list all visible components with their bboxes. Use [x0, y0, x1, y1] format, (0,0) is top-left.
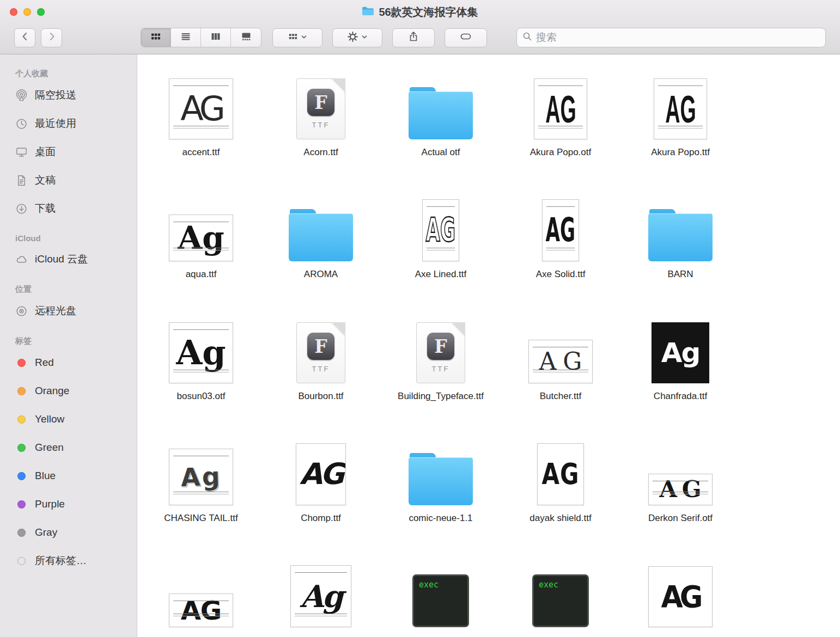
back-button[interactable] [14, 28, 35, 47]
grid-view-icon [150, 31, 161, 44]
sidebar-tag-all[interactable]: 所有标签… [0, 547, 137, 575]
column-view-button[interactable] [201, 28, 231, 47]
download-icon [15, 203, 28, 215]
sidebar-item-label: 隔空投送 [35, 88, 76, 102]
disc-icon [15, 305, 28, 317]
action-dropdown[interactable] [332, 28, 382, 47]
file-item[interactable]: AG [620, 551, 740, 637]
sidebar-tag-gray[interactable]: Gray [0, 518, 137, 547]
sidebar-section-tags: 标签 [15, 336, 137, 346]
file-name: accent.ttf [182, 146, 220, 158]
sidebar-tag-orange[interactable]: Orange [0, 377, 137, 405]
file-item[interactable]: AGaccent.ttf [141, 63, 261, 185]
file-item[interactable]: AGdayak shield.ttf [501, 429, 620, 551]
file-item[interactable]: Agaqua.ttf [141, 185, 261, 307]
sidebar-item-icloud-drive[interactable]: iCloud 云盘 [0, 245, 137, 273]
window-header: 56款英文海报字体集 [0, 0, 840, 54]
window-title-text: 56款英文海报字体集 [379, 5, 478, 20]
sidebar-tag-purple[interactable]: Purple [0, 490, 137, 518]
file-name: BARN [667, 268, 693, 280]
sidebar-item-remote-disc[interactable]: 远程光盘 [0, 297, 137, 325]
tag-color-dot [17, 415, 26, 424]
file-item[interactable]: AGAkura Popo.otf [501, 63, 620, 185]
chevron-down-icon [361, 33, 368, 42]
file-item[interactable]: exec [501, 551, 620, 637]
sidebar-item-label: 文稿 [35, 173, 56, 187]
clock-icon [15, 118, 28, 130]
font-preview-icon: Ag [169, 322, 233, 383]
icon-view-button[interactable] [141, 28, 171, 47]
sidebar-item-desktop[interactable]: 桌面 [0, 138, 137, 166]
forward-icon [46, 31, 57, 44]
file-item[interactable]: exec [381, 551, 501, 637]
file-item[interactable]: AgChanfrada.ttf [620, 307, 740, 429]
all-tags-ring-icon [17, 557, 26, 565]
file-browser-content[interactable]: AGaccent.ttfFTTFAcorn.ttfActual otfAGAku… [137, 54, 840, 637]
file-item[interactable]: FTTFAcorn.ttf [261, 63, 381, 185]
file-item[interactable]: AGAxe Solid.ttf [501, 185, 620, 307]
tag-color-dot [17, 387, 26, 395]
file-name: CHASING TAIL.ttf [164, 512, 238, 524]
file-item[interactable]: comic-neue-1.1 [381, 429, 501, 551]
exec-file-icon: exec [412, 574, 469, 627]
file-item[interactable]: Actual otf [381, 63, 501, 185]
sidebar-tag-yellow[interactable]: Yellow [0, 405, 137, 433]
file-name: Building_Typeface.ttf [398, 390, 484, 402]
sidebar-tag-red[interactable]: Red [0, 348, 137, 377]
sidebar-item-label: Gray [35, 526, 57, 538]
search-field[interactable] [516, 28, 826, 47]
file-item[interactable]: AGAkura Popo.ttf [620, 63, 740, 185]
font-preview-icon: AG [422, 199, 459, 261]
sidebar-section-locations: 位置 [15, 284, 137, 295]
font-preview-icon: AG [528, 340, 593, 383]
toolbar [0, 24, 840, 54]
file-grid: AGaccent.ttfFTTFAcorn.ttfActual otfAGAku… [141, 63, 840, 637]
file-item[interactable]: Ag [261, 551, 381, 637]
file-item[interactable]: AGButcher.ttf [501, 307, 620, 429]
file-name: comic-neue-1.1 [409, 512, 472, 524]
file-item[interactable]: AROMA [261, 185, 381, 307]
file-item[interactable]: AgCHASING TAIL.ttf [141, 429, 261, 551]
file-item[interactable]: AGChomp.ttf [261, 429, 381, 551]
file-item[interactable]: FTTFBuilding_Typeface.ttf [381, 307, 501, 429]
nav-buttons [14, 28, 62, 47]
file-item[interactable]: AG [141, 551, 261, 637]
file-item[interactable]: FTTFBourbon.ttf [261, 307, 381, 429]
window-title: 56款英文海报字体集 [0, 0, 840, 24]
file-name: Actual otf [422, 146, 460, 158]
file-item[interactable]: Agbosun03.otf [141, 307, 261, 429]
title-bar[interactable]: 56款英文海报字体集 [0, 0, 840, 24]
list-view-button[interactable] [171, 28, 201, 47]
file-item[interactable]: BARN [620, 185, 740, 307]
file-name: Akura Popo.ttf [651, 146, 710, 158]
forward-button[interactable] [41, 28, 62, 47]
file-name: Axe Lined.ttf [415, 268, 467, 280]
share-button[interactable] [392, 28, 435, 47]
sidebar-item-downloads[interactable]: 下载 [0, 194, 137, 223]
sidebar-item-label: 最近使用 [35, 117, 76, 131]
group-by-dropdown[interactable] [272, 28, 322, 47]
file-name: Akura Popo.otf [530, 146, 591, 158]
sidebar-item-recents[interactable]: 最近使用 [0, 109, 137, 138]
sidebar-item-label: 桌面 [35, 145, 56, 159]
gallery-view-button[interactable] [231, 28, 261, 47]
file-item[interactable]: AGDerkon Serif.otf [620, 429, 740, 551]
file-name: Derkon Serif.otf [648, 512, 713, 524]
file-item[interactable]: AGAxe Lined.ttf [381, 185, 501, 307]
font-preview-icon: Ag [652, 322, 709, 383]
sidebar-section-favorites: 个人收藏 [15, 69, 137, 79]
sidebar: 个人收藏 隔空投送 最近使用 桌面 文稿 下载 iCloud iCloud 云盘… [0, 54, 137, 637]
sidebar-item-documents[interactable]: 文稿 [0, 166, 137, 194]
font-preview-icon: AG [169, 78, 233, 139]
sidebar-tag-blue[interactable]: Blue [0, 462, 137, 490]
font-preview-icon: AG [542, 199, 579, 261]
tag-icon [459, 31, 472, 44]
chevron-down-icon [301, 33, 307, 42]
sidebar-item-label: Green [35, 442, 64, 454]
share-icon [408, 31, 419, 44]
search-input[interactable] [536, 32, 820, 44]
tag-button[interactable] [445, 28, 487, 47]
sidebar-item-airdrop[interactable]: 隔空投送 [0, 81, 137, 109]
sidebar-tag-green[interactable]: Green [0, 433, 137, 462]
file-name: Butcher.ttf [540, 390, 582, 402]
